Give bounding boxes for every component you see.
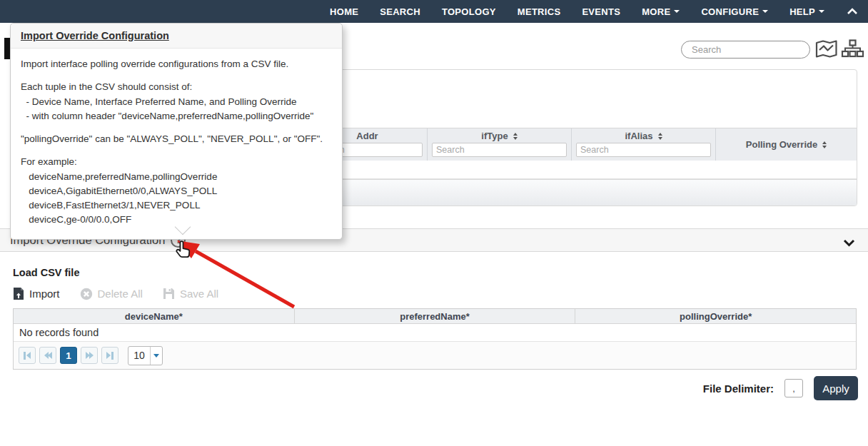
next-page-button[interactable] [81,347,98,364]
nav-item-topology[interactable]: TOPOLOGY [431,6,507,17]
column-label: preferredName* [400,311,470,322]
tooltip-paragraph: Each tuple in the CSV should consist of:… [21,80,332,123]
delete-all-label: Delete All [98,288,143,300]
column-label: Addr [356,131,378,141]
file-delimiter-row: File Delimiter: Apply [703,376,858,400]
last-page-button[interactable] [101,347,118,364]
nav-label: MORE [642,6,670,17]
nav-item-more[interactable]: MORE [631,6,690,17]
nav-label: HOME [330,6,358,17]
previous-page-button[interactable] [39,347,56,364]
interface-col-ifalias: ifAlias [572,128,716,161]
page-size-value: 10 [128,347,150,365]
column-label: ifType [481,131,508,141]
save-floppy-icon [163,288,175,300]
nav-label: EVENTS [582,6,620,17]
map-icon[interactable] [814,39,838,61]
column-header-polling-override[interactable]: Polling Override [746,139,827,150]
top-nav: HOME SEARCH TOPOLOGY METRICS EVENTS MORE… [0,0,868,23]
file-delimiter-input[interactable] [784,379,803,397]
column-label: Polling Override [746,139,817,150]
chevron-down-icon[interactable] [843,237,855,250]
help-tooltip: Import Override Configuration Import int… [10,23,343,240]
first-page-button[interactable] [19,347,36,364]
load-csv-heading: Load CSV file [13,267,79,278]
nav-item-metrics[interactable]: METRICS [507,6,572,17]
nav-item-home[interactable]: HOME [319,6,369,17]
tooltip-title: Import Override Configuration [11,24,342,49]
nav-label: SEARCH [380,6,420,17]
page-title-fragment [4,38,10,59]
page: HOME SEARCH TOPOLOGY METRICS EVENTS MORE… [0,0,868,446]
nav-label: METRICS [518,6,561,17]
tooltip-paragraph: "pollingOverride" can be "ALWAYS_POLL", … [21,132,332,146]
import-label: Import [29,288,60,300]
csv-toolbar: Import Delete All Save All [13,287,218,300]
tooltip-body: Import interface polling override config… [11,49,342,239]
column-header-iftype[interactable]: ifType [481,131,517,141]
caret-down-icon [762,10,768,13]
pagination: 1 10 [14,342,856,369]
sort-icon [822,141,827,148]
column-header-ifalias[interactable]: ifAlias [625,131,662,141]
interface-col-polling-override: Polling Override [716,128,857,161]
delete-circle-icon [80,288,93,300]
column-label: ifAlias [625,131,652,141]
caret-down-icon [819,10,824,13]
nav-item-events[interactable]: EVENTS [571,6,631,17]
tooltip-paragraph: For example: deviceName,preferredName,po… [21,155,332,227]
interface-col-iftype: ifType [428,128,572,161]
sort-icon [658,133,662,140]
import-file-icon [13,287,24,300]
current-page-button[interactable]: 1 [60,347,77,364]
page-size-caret-icon [150,347,162,365]
file-delimiter-label: File Delimiter: [703,382,774,395]
nav-item-help[interactable]: HELP [779,6,835,17]
delete-all-button[interactable]: Delete All [80,288,143,300]
import-button[interactable]: Import [13,287,60,300]
empty-table-message: No records found [14,324,856,342]
save-all-label: Save All [180,288,218,300]
iftype-filter-input[interactable] [432,143,567,157]
column-label: pollingOverride* [680,311,752,322]
nav-label: CONFIGURE [701,6,759,17]
page-size-select[interactable]: 10 [128,346,163,365]
column-header-devicename[interactable]: deviceName* [14,309,295,323]
column-label: deviceName* [125,311,183,322]
csv-table: deviceName* preferredName* pollingOverri… [13,308,857,370]
tooltip-paragraph: Import interface polling override config… [21,57,332,71]
column-header-pollingoverride[interactable]: pollingOverride* [575,309,856,323]
nav-item-configure[interactable]: CONFIGURE [690,6,779,17]
csv-table-header: deviceName* preferredName* pollingOverri… [14,309,856,324]
global-search [681,41,810,59]
nav-item-search[interactable]: SEARCH [369,6,431,17]
collapse-nav-chevron-up-icon[interactable] [847,8,858,15]
caret-down-icon [674,10,680,13]
column-header-addr[interactable]: Addr [356,131,378,141]
nav-label: HELP [789,6,815,17]
ifalias-filter-input[interactable] [576,143,711,157]
column-header-preferredname[interactable]: preferredName* [295,309,576,323]
search-input[interactable] [692,44,817,55]
nav-label: TOPOLOGY [442,6,496,17]
sort-icon [513,133,518,140]
empty-text: No records found [19,327,99,338]
apply-button[interactable]: Apply [814,376,858,400]
save-all-button[interactable]: Save All [163,288,218,300]
sitemap-icon[interactable] [841,39,864,61]
